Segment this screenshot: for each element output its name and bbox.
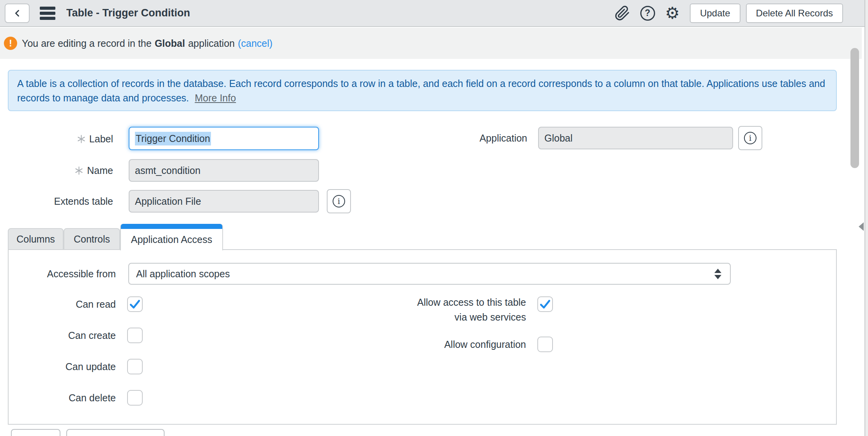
select-stepper-icon xyxy=(714,269,721,279)
active-tab-indicator xyxy=(121,224,222,229)
application-field-label: Application xyxy=(410,127,527,149)
tab-controls[interactable]: Controls xyxy=(64,228,120,250)
can-create-checkbox[interactable] xyxy=(127,328,143,343)
name-field-label: Name xyxy=(0,159,113,182)
paperclip-icon[interactable] xyxy=(615,5,630,21)
application-access-panel: Accessible from All application scopes C… xyxy=(8,249,837,425)
page-title: Table - Trigger Condition xyxy=(66,7,190,19)
table-info-box: A table is a collection of records in th… xyxy=(8,70,837,111)
bottom-update-button-partial[interactable] xyxy=(11,429,60,436)
warning-app-name: Global xyxy=(155,38,185,49)
required-asterisk-icon xyxy=(75,167,83,175)
help-icon[interactable]: ? xyxy=(640,6,655,21)
tab-columns[interactable]: Columns xyxy=(8,228,64,250)
warning-text-prefix: You are editing a record in the xyxy=(22,38,152,49)
can-delete-checkbox[interactable] xyxy=(127,390,143,406)
allow-configuration-label: Allow configuration xyxy=(409,337,526,352)
window-edge-strip xyxy=(864,0,868,436)
label-input-selected-text: Trigger Condition xyxy=(135,132,211,145)
warning-text-suffix: application xyxy=(188,38,235,49)
extends-table-info-button[interactable]: i xyxy=(327,189,351,213)
delete-all-records-button[interactable]: Delete All Records xyxy=(746,4,843,23)
can-read-checkbox[interactable] xyxy=(127,296,143,312)
info-icon: i xyxy=(744,132,756,144)
can-read-label: Can read xyxy=(9,296,116,312)
label-field-label: Label xyxy=(0,127,113,151)
back-button[interactable] xyxy=(5,4,30,23)
allow-configuration-checkbox[interactable] xyxy=(537,337,553,352)
info-icon: i xyxy=(333,195,345,207)
more-info-link[interactable]: More Info xyxy=(195,92,236,103)
warning-icon: ! xyxy=(4,37,17,50)
name-input[interactable]: asmt_condition xyxy=(129,159,319,182)
can-update-checkbox[interactable] xyxy=(127,359,143,374)
can-delete-label: Can delete xyxy=(9,390,116,406)
header-toolbar: Table - Trigger Condition ? ⚙ Update Del… xyxy=(0,0,868,27)
application-input[interactable]: Global xyxy=(538,127,733,149)
application-info-button[interactable]: i xyxy=(738,126,762,150)
can-update-label: Can update xyxy=(9,359,116,374)
tab-application-access[interactable]: Application Access xyxy=(120,224,223,250)
app-window: Table - Trigger Condition ? ⚙ Update Del… xyxy=(0,0,868,436)
can-create-label: Can create xyxy=(9,328,116,343)
cancel-link[interactable]: (cancel) xyxy=(238,38,273,49)
info-text: A table is a collection of records in th… xyxy=(17,78,825,103)
gear-icon[interactable]: ⚙ xyxy=(665,5,680,21)
update-button[interactable]: Update xyxy=(690,4,740,23)
accessible-from-select[interactable]: All application scopes xyxy=(128,263,731,285)
accessible-from-label: Accessible from xyxy=(9,263,116,285)
checkmark-icon xyxy=(539,298,551,310)
allow-web-services-checkbox[interactable] xyxy=(537,296,553,312)
chevron-left-icon xyxy=(12,8,23,19)
accessible-from-value: All application scopes xyxy=(136,268,714,280)
checkmark-icon xyxy=(129,298,141,310)
warning-text: You are editing a record in the Global a… xyxy=(22,38,273,49)
bottom-delete-all-records-button-partial[interactable] xyxy=(66,429,165,436)
vertical-scrollbar-thumb[interactable] xyxy=(850,48,859,168)
label-input[interactable]: Trigger Condition xyxy=(129,127,319,150)
required-asterisk-icon xyxy=(77,135,85,143)
extends-table-input[interactable]: Application File xyxy=(129,190,319,213)
hamburger-menu-icon[interactable] xyxy=(40,7,55,20)
allow-web-services-label: Allow access to this table via web servi… xyxy=(409,295,526,324)
edit-scope-warning-banner: ! You are editing a record in the Global… xyxy=(0,28,862,59)
pane-collapse-arrow-icon[interactable] xyxy=(859,222,864,231)
extends-table-field-label: Extends table xyxy=(0,190,113,213)
